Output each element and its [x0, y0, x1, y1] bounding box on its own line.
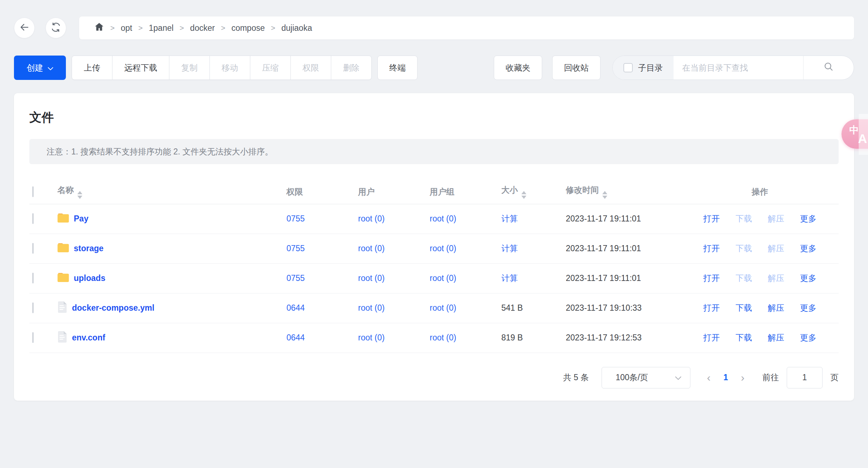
- permission-link[interactable]: 0755: [286, 244, 305, 253]
- home-icon[interactable]: [94, 22, 104, 34]
- download-action[interactable]: 下载: [736, 273, 752, 284]
- table-row: storage 0755 root (0) root (0) 计算 2023-1…: [29, 234, 839, 263]
- notice-text: 注意：1. 搜索结果不支持排序功能 2. 文件夹无法按大小排序。: [47, 146, 273, 157]
- search-bar: 子目录: [612, 56, 854, 80]
- remote-download-button[interactable]: 远程下载: [112, 56, 169, 80]
- breadcrumb-item-docker[interactable]: docker: [190, 23, 215, 33]
- more-action[interactable]: 更多: [800, 243, 816, 254]
- page-navigation: ‹ 1 ›: [699, 372, 752, 384]
- goto-page-input[interactable]: [787, 367, 823, 388]
- file-name-link[interactable]: Pay: [74, 214, 88, 224]
- group-link[interactable]: root (0): [430, 303, 456, 312]
- more-action[interactable]: 更多: [800, 332, 816, 343]
- user-link[interactable]: root (0): [358, 273, 385, 283]
- breadcrumb-item-opt[interactable]: opt: [121, 23, 132, 33]
- prev-page-button[interactable]: ‹: [699, 372, 718, 384]
- back-button[interactable]: [14, 18, 35, 38]
- group-link[interactable]: root (0): [430, 273, 456, 283]
- unzip-action[interactable]: 解压: [768, 302, 784, 314]
- favorites-button[interactable]: 收藏夹: [494, 56, 542, 80]
- copy-button[interactable]: 复制: [169, 56, 210, 80]
- page-size-value: 100条/页: [616, 372, 648, 383]
- terminal-button[interactable]: 终端: [377, 56, 418, 80]
- select-all-checkbox[interactable]: [32, 186, 34, 197]
- move-button[interactable]: 移动: [209, 56, 250, 80]
- user-link[interactable]: root (0): [358, 303, 385, 312]
- sort-carets-icon[interactable]: [602, 191, 607, 199]
- permission-button[interactable]: 权限: [290, 56, 331, 80]
- permission-link[interactable]: 0755: [286, 214, 305, 223]
- open-action[interactable]: 打开: [703, 213, 720, 224]
- table-row: env.conf 0644 root (0) root (0) 819 B 20…: [29, 323, 839, 353]
- delete-button[interactable]: 删除: [331, 56, 372, 80]
- file-name-link[interactable]: storage: [74, 244, 103, 253]
- breadcrumb-item-dujiaoka[interactable]: dujiaoka: [281, 23, 312, 33]
- row-checkbox[interactable]: [32, 332, 34, 343]
- arrow-left-icon: [19, 22, 30, 34]
- unzip-action[interactable]: 解压: [768, 243, 784, 254]
- file-name-link[interactable]: uploads: [74, 273, 105, 283]
- header-user: 用户: [355, 180, 427, 204]
- compress-button[interactable]: 压缩: [250, 56, 291, 80]
- header-mtime[interactable]: 修改时间: [563, 180, 681, 204]
- create-button[interactable]: 创建: [14, 56, 66, 80]
- permission-link[interactable]: 0755: [286, 273, 305, 283]
- upload-button[interactable]: 上传: [72, 56, 112, 80]
- header-name[interactable]: 名称: [54, 180, 284, 204]
- sort-carets-icon[interactable]: [521, 191, 526, 199]
- page-title: 文件: [29, 109, 839, 126]
- calculate-size-link[interactable]: 计算: [501, 214, 518, 223]
- calculate-size-link[interactable]: 计算: [501, 273, 518, 283]
- row-checkbox[interactable]: [32, 213, 34, 224]
- row-checkbox[interactable]: [32, 302, 34, 313]
- more-action[interactable]: 更多: [800, 302, 816, 314]
- breadcrumb-item-compose[interactable]: compose: [231, 23, 265, 33]
- row-checkbox[interactable]: [32, 243, 34, 254]
- breadcrumb-item-1panel[interactable]: 1panel: [149, 23, 174, 33]
- open-action[interactable]: 打开: [703, 243, 720, 254]
- calculate-size-link[interactable]: 计算: [501, 244, 518, 253]
- modified-time: 2023-11-17 19:12:53: [566, 333, 642, 342]
- user-link[interactable]: root (0): [358, 214, 385, 223]
- next-page-button[interactable]: ›: [733, 372, 752, 384]
- breadcrumb-separator: >: [138, 24, 143, 32]
- search-button[interactable]: [804, 56, 854, 80]
- folder-icon: [57, 272, 69, 285]
- download-action[interactable]: 下载: [736, 243, 752, 254]
- file-name-link[interactable]: docker-compose.yml: [72, 303, 154, 313]
- folder-icon: [57, 213, 69, 225]
- scrollbar-overlay: [859, 114, 868, 155]
- permission-link[interactable]: 0644: [286, 333, 305, 342]
- unzip-action[interactable]: 解压: [768, 273, 784, 284]
- group-link[interactable]: root (0): [430, 244, 456, 253]
- table-header-row: 名称 权限 用户 用户组 大小 修改时间 操作: [29, 180, 839, 204]
- search-input[interactable]: [674, 56, 803, 80]
- user-link[interactable]: root (0): [358, 244, 385, 253]
- group-link[interactable]: root (0): [430, 333, 456, 342]
- more-action[interactable]: 更多: [800, 273, 816, 284]
- page-size-select[interactable]: 100条/页: [602, 367, 690, 388]
- user-link[interactable]: root (0): [358, 333, 385, 342]
- download-action[interactable]: 下载: [736, 332, 752, 343]
- sort-carets-icon[interactable]: [77, 191, 82, 199]
- file-action-button-group: 上传 远程下载 复制 移动 压缩 权限 删除: [72, 56, 372, 80]
- permission-link[interactable]: 0644: [286, 303, 305, 312]
- current-page[interactable]: 1: [718, 373, 733, 382]
- download-action[interactable]: 下载: [736, 302, 752, 314]
- modified-time: 2023-11-17 19:11:01: [566, 273, 641, 283]
- unzip-action[interactable]: 解压: [768, 213, 784, 224]
- header-size[interactable]: 大小: [498, 180, 563, 204]
- open-action[interactable]: 打开: [703, 302, 720, 314]
- refresh-button[interactable]: [45, 18, 66, 38]
- open-action[interactable]: 打开: [703, 273, 720, 284]
- recycle-bin-button[interactable]: 回收站: [552, 56, 601, 80]
- open-action[interactable]: 打开: [703, 332, 720, 343]
- more-action[interactable]: 更多: [800, 213, 816, 224]
- download-action[interactable]: 下载: [736, 213, 752, 224]
- row-checkbox[interactable]: [32, 273, 34, 283]
- create-button-label: 创建: [27, 62, 43, 73]
- group-link[interactable]: root (0): [430, 214, 456, 223]
- file-name-link[interactable]: env.conf: [72, 333, 105, 343]
- subdirectory-checkbox[interactable]: [623, 63, 633, 72]
- unzip-action[interactable]: 解压: [768, 332, 784, 343]
